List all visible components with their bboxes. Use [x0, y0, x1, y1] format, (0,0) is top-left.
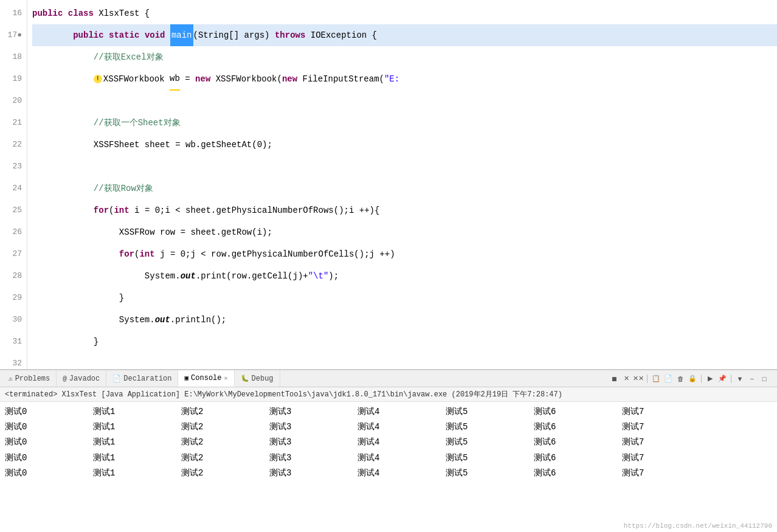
cell-1-2: 测试2: [181, 404, 269, 420]
cell-5-1: 测试1: [93, 466, 181, 481]
cell-4-7: 测试7: [622, 451, 710, 466]
cell-4-3: 测试3: [269, 451, 357, 466]
cell-2-1: 测试1: [93, 420, 181, 435]
cell-2-3: 测试3: [269, 420, 357, 435]
cell-3-7: 测试7: [622, 435, 710, 450]
cell-4-2: 测试2: [181, 451, 269, 466]
debug-icon: 🐛: [241, 375, 249, 382]
separator-1: [647, 375, 648, 383]
horizontal-scrollbar-area: ◀ ▶ ▲: [0, 369, 777, 370]
cell-1-5: 测试5: [446, 404, 534, 420]
console-row-2: 测试0 测试1 测试2 测试3 测试4 测试5 测试6 测试7: [5, 420, 772, 435]
code-line-32: [32, 353, 777, 369]
code-line-19: ! XSSFWorkbook wb = new XSSFWorkbook( ne…: [32, 68, 777, 90]
console-status-text: <terminated> XlsxTest [Java Application]…: [5, 390, 562, 399]
maximize-btn[interactable]: □: [759, 373, 770, 384]
cell-5-2: 测试2: [181, 466, 269, 481]
pin-btn[interactable]: 📌: [717, 373, 728, 384]
cell-2-5: 测试5: [446, 420, 534, 435]
code-line-26: XSSFRow row = sheet.getRow(i);: [32, 221, 777, 243]
tab-javadoc[interactable]: @ Javadoc: [57, 370, 106, 387]
cell-3-1: 测试1: [93, 435, 181, 450]
bottom-panel: ⚠ Problems @ Javadoc 📄 Declaration ▣ Con…: [0, 370, 777, 532]
paste-btn[interactable]: 📄: [663, 373, 674, 384]
code-line-18: //获取Excel对象: [32, 46, 777, 68]
code-line-16: public class XlsxTest {: [32, 2, 777, 24]
console-output[interactable]: 测试0 测试1 测试2 测试3 测试4 测试5 测试6 测试7 测试0 测试1 …: [0, 402, 777, 532]
tab-javadoc-label: Javadoc: [69, 375, 100, 383]
clear-btn[interactable]: 🗑: [675, 373, 686, 384]
cell-3-5: 测试5: [446, 435, 534, 450]
stop-btn[interactable]: ⏹: [609, 373, 620, 384]
cell-3-3: 测试3: [269, 435, 357, 450]
cell-5-4: 测试4: [357, 466, 446, 481]
minimize-btn[interactable]: −: [747, 373, 758, 384]
cell-3-2: 测试2: [181, 435, 269, 450]
view-menu-btn[interactable]: ▼: [734, 373, 745, 384]
cell-3-0: 测试0: [5, 435, 93, 450]
scroll-lock-btn[interactable]: 🔒: [687, 373, 698, 384]
cell-4-0: 测试0: [5, 451, 93, 466]
cell-1-7: 测试7: [622, 404, 710, 420]
tab-console[interactable]: ▣ Console ✕: [178, 370, 234, 387]
code-line-25: for(int i = 0;i < sheet.getPhysicalNumbe…: [32, 199, 777, 221]
tabs-container: ⚠ Problems @ Javadoc 📄 Declaration ▣ Con…: [2, 370, 280, 387]
code-editor: 16 17● 18 19 20 21 22 23 24 25 26 27 28 …: [0, 0, 777, 370]
tab-debug[interactable]: 🐛 Debug: [235, 370, 280, 387]
console-toolbar: ⏹ ✕ ✕✕ 📋 📄 🗑 🔒 ▶ 📌 ▼ − □: [609, 373, 775, 384]
cell-1-4: 测试4: [357, 404, 446, 420]
line-numbers: 16 17● 18 19 20 21 22 23 24 25 26 27 28 …: [0, 0, 27, 369]
tab-declaration-label: Declaration: [123, 375, 171, 383]
cell-4-4: 测试4: [357, 451, 446, 466]
console-icon: ▣: [184, 374, 188, 382]
cell-2-4: 测试4: [357, 420, 446, 435]
tab-problems-label: Problems: [15, 375, 50, 383]
console-row-1: 测试0 测试1 测试2 测试3 测试4 测试5 测试6 测试7: [5, 404, 772, 420]
cell-2-7: 测试7: [622, 420, 710, 435]
code-line-27: for(int j = 0;j < row.getPhysicalNumberO…: [32, 243, 777, 265]
cell-5-0: 测试0: [5, 466, 93, 481]
cell-2-6: 测试6: [534, 420, 622, 435]
console-row-3: 测试0 测试1 测试2 测试3 测试4 测试5 测试6 测试7: [5, 435, 772, 450]
console-status: <terminated> XlsxTest [Java Application]…: [0, 387, 777, 402]
code-line-23: [32, 156, 777, 178]
run-btn[interactable]: ▶: [705, 373, 716, 384]
cell-1-3: 测试3: [269, 404, 357, 420]
cell-5-3: 测试3: [269, 466, 357, 481]
code-content[interactable]: public class XlsxTest { public static vo…: [27, 0, 777, 369]
cell-2-2: 测试2: [181, 420, 269, 435]
code-line-29: }: [32, 287, 777, 309]
tab-declaration[interactable]: 📄 Declaration: [106, 370, 178, 387]
cell-1-0: 测试0: [5, 404, 93, 420]
cell-2-0: 测试0: [5, 420, 93, 435]
tab-bar: ⚠ Problems @ Javadoc 📄 Declaration ▣ Con…: [0, 370, 777, 387]
separator-3: [731, 375, 731, 383]
cell-4-6: 测试6: [534, 451, 622, 466]
code-line-20: [32, 90, 777, 112]
tab-problems[interactable]: ⚠ Problems: [2, 370, 57, 387]
code-line-17: public static void main(String[] args) t…: [32, 24, 777, 46]
copy-btn[interactable]: 📋: [651, 373, 661, 384]
cell-4-5: 测试5: [446, 451, 534, 466]
cell-3-4: 测试4: [357, 435, 446, 450]
javadoc-icon: @: [63, 375, 67, 382]
cell-1-6: 测试6: [534, 404, 622, 420]
remove-btn[interactable]: ✕✕: [633, 373, 644, 384]
cell-3-6: 测试6: [534, 435, 622, 450]
code-line-22: XSSFSheet sheet = wb.getSheetAt(0);: [32, 134, 777, 156]
cell-5-7: 测试7: [622, 466, 710, 481]
code-line-30: System. out .println();: [32, 309, 777, 331]
cell-5-5: 测试5: [446, 466, 534, 481]
tab-debug-label: Debug: [252, 375, 274, 383]
code-line-31: }: [32, 331, 777, 353]
separator-2: [701, 375, 702, 383]
terminate-btn[interactable]: ✕: [621, 373, 632, 384]
code-line-21: //获取一个Sheet对象: [32, 112, 777, 134]
code-line-28: System. out .print(row.getCell(j)+ "\t" …: [32, 265, 777, 287]
problems-icon: ⚠: [9, 375, 13, 382]
watermark: https://blog.csdn.net/weixin_44112790: [624, 522, 772, 530]
declaration-icon: 📄: [112, 375, 121, 382]
code-line-24: //获取Row对象: [32, 178, 777, 199]
cell-1-1: 测试1: [93, 404, 181, 420]
tab-console-label: Console: [191, 374, 221, 382]
